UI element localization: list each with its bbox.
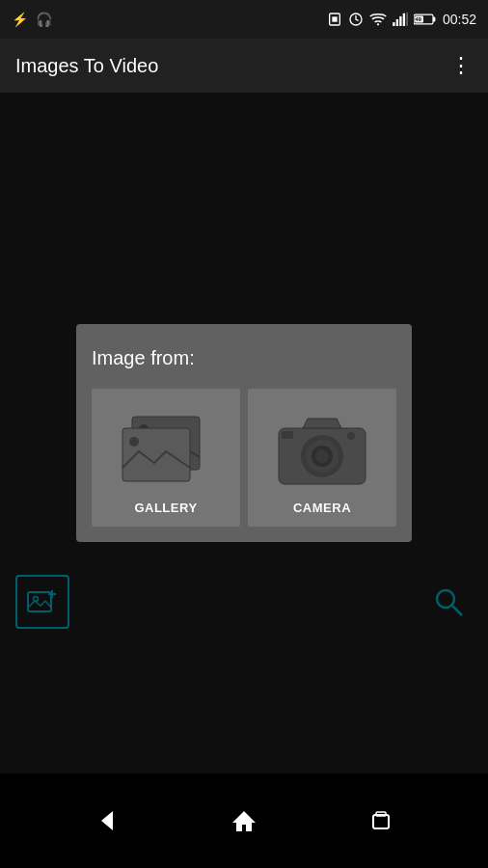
status-bar: ⚡ 🎧 xyxy=(0,0,488,39)
home-button[interactable] xyxy=(220,797,268,845)
camera-icon xyxy=(274,407,370,489)
camera-label: CAMERA xyxy=(293,501,351,515)
clock-icon xyxy=(348,12,364,27)
dialog-options: GALLERY xyxy=(92,389,396,527)
svg-rect-6 xyxy=(399,16,401,26)
status-left-icons: ⚡ 🎧 xyxy=(12,12,52,27)
camera-option[interactable]: CAMERA xyxy=(248,389,396,527)
wifi-icon xyxy=(369,13,387,26)
recents-button[interactable] xyxy=(357,797,405,845)
svg-rect-5 xyxy=(396,19,398,26)
svg-point-30 xyxy=(315,449,329,463)
back-button[interactable] xyxy=(83,797,131,845)
svg-rect-34 xyxy=(373,815,389,828)
svg-point-31 xyxy=(347,432,355,440)
headset-icon: 🎧 xyxy=(36,12,52,27)
signal-icon xyxy=(393,13,408,26)
usb-icon: ⚡ xyxy=(12,12,28,27)
gallery-label: GALLERY xyxy=(134,501,197,515)
gallery-icon-area xyxy=(118,404,214,491)
battery-icon: 49 xyxy=(414,13,437,26)
svg-marker-33 xyxy=(232,811,256,831)
image-source-dialog: Image from: GALLE xyxy=(76,324,412,542)
app-title: Images To Video xyxy=(15,55,158,77)
app-bar: Images To Video ⋮ xyxy=(0,39,488,93)
svg-rect-26 xyxy=(282,431,293,439)
svg-rect-4 xyxy=(393,22,394,26)
gallery-option[interactable]: GALLERY xyxy=(92,389,240,527)
svg-rect-7 xyxy=(403,14,405,26)
camera-icon-area xyxy=(274,404,370,491)
svg-text:49: 49 xyxy=(416,16,421,22)
status-right-icons: 49 00:52 xyxy=(327,12,476,27)
dialog-title: Image from: xyxy=(92,347,396,369)
main-content: Image from: GALLE xyxy=(0,93,488,773)
svg-point-3 xyxy=(377,23,379,25)
svg-rect-23 xyxy=(122,428,190,481)
status-time: 00:52 xyxy=(443,12,476,27)
svg-rect-1 xyxy=(332,16,337,21)
more-options-button[interactable]: ⋮ xyxy=(450,53,473,78)
sim-icon xyxy=(327,12,342,27)
svg-rect-8 xyxy=(406,13,408,26)
svg-point-24 xyxy=(129,437,139,447)
nav-bar xyxy=(0,773,488,868)
svg-rect-10 xyxy=(433,17,435,22)
svg-marker-32 xyxy=(101,811,113,830)
gallery-icon xyxy=(118,407,214,489)
